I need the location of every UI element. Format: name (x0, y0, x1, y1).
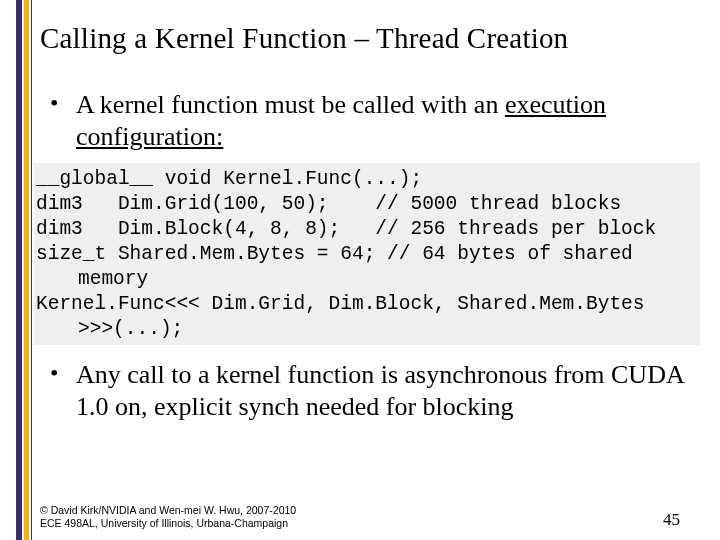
code-line: __global__ void Kernel.Func(...); (36, 167, 694, 192)
footer: © David Kirk/NVIDIA and Wen-mei W. Hwu, … (40, 504, 680, 530)
bullet-list: A kernel function must be called with an… (40, 89, 700, 152)
code-line: Kernel.Func<<< Dim.Grid, Dim.Block, Shar… (36, 292, 694, 317)
code-block: __global__ void Kernel.Func(...);dim3 Di… (34, 163, 700, 346)
code-line: dim3 Dim.Grid(100, 50); // 5000 thread b… (36, 192, 694, 217)
code-line: dim3 Dim.Block(4, 8, 8); // 256 threads … (36, 217, 694, 242)
bullet-text-pre: A kernel function must be called with an (76, 90, 505, 119)
copyright-line: ECE 498AL, University of Illinois, Urban… (40, 517, 296, 530)
slide-title: Calling a Kernel Function – Thread Creat… (40, 22, 700, 55)
copyright: © David Kirk/NVIDIA and Wen-mei W. Hwu, … (40, 504, 296, 530)
code-line-cont: >>>(...); (36, 317, 694, 342)
code-line-cont: memory (36, 267, 694, 292)
copyright-line: © David Kirk/NVIDIA and Wen-mei W. Hwu, … (40, 504, 296, 517)
accent-stripe-thin (31, 0, 32, 540)
bullet-item-async: Any call to a kernel function is asynchr… (46, 359, 700, 422)
bullet-item-config: A kernel function must be called with an… (46, 89, 700, 152)
accent-bar (16, 0, 32, 540)
code-line: size_t Shared.Mem.Bytes = 64; // 64 byte… (36, 242, 694, 267)
page-number: 45 (663, 509, 680, 530)
bullet-list: Any call to a kernel function is asynchr… (40, 359, 700, 422)
slide-body: Calling a Kernel Function – Thread Creat… (40, 22, 700, 433)
